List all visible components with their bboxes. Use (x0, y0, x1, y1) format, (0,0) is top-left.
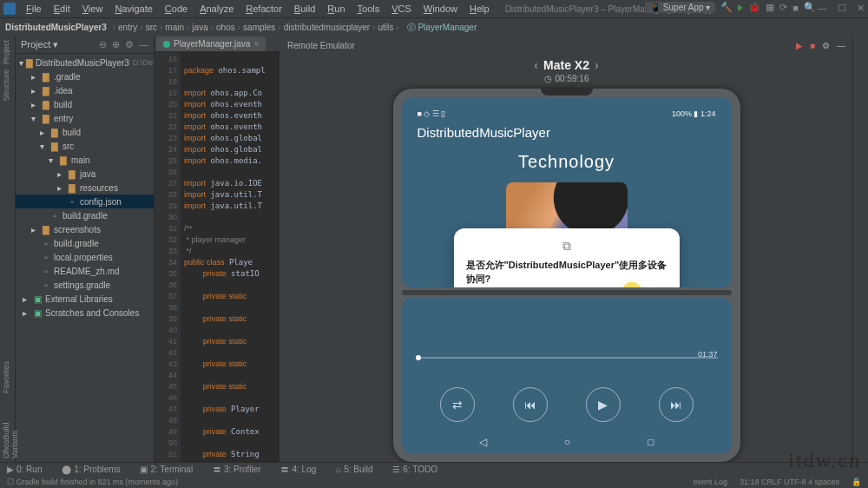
project-tree[interactable]: ▾▇DistributedMusicPlayer3D:\DevEcoStudio… (16, 54, 154, 321)
tree-file[interactable]: ▫README_zh.md (16, 264, 154, 278)
hide-icon[interactable]: ― (139, 39, 148, 50)
editor-tab-active[interactable]: PlayerManager.java × (156, 36, 266, 51)
nav-back-icon[interactable]: ◁ (479, 436, 487, 448)
bottom-tab-run[interactable]: ▶ 0: Run (7, 465, 42, 474)
bottom-tab-terminal[interactable]: ▣ 2: Terminal (140, 465, 193, 474)
tree-file[interactable]: ▫build.gradle (16, 208, 154, 222)
menu-file[interactable]: File (21, 2, 47, 16)
clock-icon: ◷ (544, 74, 552, 83)
progress-bar[interactable] (416, 357, 718, 359)
menu-code[interactable]: Code (160, 2, 193, 16)
chevron-right-icon[interactable]: › (595, 58, 599, 72)
menu-navigate[interactable]: Navigate (109, 2, 157, 16)
tree-folder[interactable]: ▸▇.idea (16, 83, 154, 97)
collapse-icon[interactable]: ⊖ (99, 39, 107, 50)
phone-screen-bottom[interactable]: 01:37 ⇄ ⏮ ▶ ⏭ ◁ ○ □ (402, 298, 732, 453)
tree-folder[interactable]: ▸▇.gradle (16, 69, 154, 83)
tree-file[interactable]: ▫settings.gradle (16, 278, 154, 292)
editor-code[interactable]: package ohos.sampl import ohos.app.Co im… (181, 52, 269, 488)
close-icon[interactable]: ✕ (857, 3, 865, 14)
nav-recent-icon[interactable]: □ (648, 436, 654, 448)
chevron-left-icon[interactable]: ‹ (534, 58, 538, 72)
rail-structure[interactable]: Structure (2, 69, 13, 102)
status-bar: ☐ Gradle build finished in 821 ms (momen… (0, 476, 868, 488)
permission-dialog: ⧉ 是否允许"DistributedMusicPlayer"使用多设备协同? 设… (454, 228, 680, 287)
emu-run-icon[interactable]: ▶ (796, 41, 803, 50)
next-button[interactable]: ⏭ (659, 387, 694, 422)
watermark: itdw.cn (788, 449, 861, 472)
rail-build-variants[interactable]: OhosBuild Variants (2, 399, 13, 458)
breadcrumb-part[interactable]: ohos (216, 23, 235, 32)
shuffle-button[interactable]: ⇄ (440, 387, 475, 422)
breadcrumb-part[interactable]: src (146, 23, 157, 32)
minimize-icon[interactable]: ― (818, 3, 827, 14)
tree-lib[interactable]: ▸▣External Libraries (16, 292, 154, 306)
settings-icon[interactable]: ⚙ (125, 39, 134, 50)
breadcrumb-part[interactable]: main (165, 23, 184, 32)
bottom-tab-log[interactable]: 〓 4: Log (280, 464, 316, 476)
menu-window[interactable]: Window (418, 2, 463, 16)
rail-project[interactable]: Project (2, 40, 13, 64)
rail-favorites[interactable]: Favorites (2, 361, 13, 393)
bottom-tab-todo[interactable]: ☰ 6: TODO (392, 465, 437, 474)
tree-file[interactable]: ▫build.gradle (16, 236, 154, 250)
close-tab-icon[interactable]: × (253, 39, 259, 49)
menu-view[interactable]: View (77, 2, 108, 16)
prev-button[interactable]: ⏮ (513, 387, 548, 422)
tree-folder[interactable]: ▸▇build (16, 125, 154, 139)
debug-icon[interactable]: 🐞 (748, 2, 760, 13)
emu-hide-icon[interactable]: ― (837, 41, 845, 50)
tree-file[interactable]: ▫local.properties (16, 250, 154, 264)
breadcrumb-class[interactable]: ⓒ PlayerManager (407, 22, 477, 34)
menu-help[interactable]: Help (464, 2, 495, 16)
tree-file[interactable]: ▫config.json (16, 195, 154, 208)
profile-icon[interactable]: ⟳ (779, 2, 787, 13)
bottom-tab-profiler[interactable]: 〓 3: Profiler (213, 464, 261, 476)
breadcrumb-part[interactable]: java (192, 23, 207, 32)
menu-build[interactable]: Build (289, 2, 320, 16)
tree-scratch[interactable]: ▸▣Scratches and Consoles (16, 306, 154, 320)
coverage-icon[interactable]: ▦ (766, 2, 774, 13)
search-icon[interactable]: 🔍 (804, 2, 816, 13)
tree-root[interactable]: ▾▇DistributedMusicPlayer3D:\DevEcoStudio… (16, 56, 154, 69)
menu-refactor[interactable]: Refactor (240, 2, 287, 16)
breadcrumb-part[interactable]: samples (243, 23, 275, 32)
tree-folder[interactable]: ▾▇src (16, 139, 154, 153)
breadcrumb-root[interactable]: DistributedMusicPlayer3 (5, 23, 107, 32)
play-button[interactable]: ▶ (586, 387, 621, 422)
tree-folder[interactable]: ▸▇build (16, 97, 154, 111)
emu-settings-icon[interactable]: ⚙ (822, 41, 830, 50)
maximize-icon[interactable]: ☐ (838, 3, 846, 14)
event-log-link[interactable]: event Log (693, 478, 727, 486)
run-icon[interactable] (738, 4, 743, 11)
phone-hinge (402, 290, 732, 295)
menu-tools[interactable]: Tools (352, 2, 385, 16)
breadcrumb-part[interactable]: utils (378, 23, 394, 32)
run-config-selector[interactable]: 📱 Super App ▾ (645, 2, 715, 13)
tree-folder[interactable]: ▸▇screenshots (16, 222, 154, 236)
tree-folder[interactable]: ▸▇resources (16, 181, 154, 195)
tree-folder[interactable]: ▸▇java (16, 167, 154, 181)
hammer-icon[interactable]: 🔨 (720, 2, 733, 13)
bottom-tab-build[interactable]: ⌂ 5: Build (336, 465, 372, 474)
breadcrumb-part[interactable]: distributedmusicplayer (284, 23, 371, 32)
phone-navbar: ◁ ○ □ (402, 436, 732, 448)
emu-stop-icon[interactable]: ■ (810, 41, 815, 50)
menu-vcs[interactable]: VCS (386, 2, 417, 16)
breadcrumb-part[interactable]: entry (118, 23, 137, 32)
project-dropdown[interactable]: Project (21, 39, 50, 49)
menu-analyze[interactable]: Analyze (194, 2, 239, 16)
menu-edit[interactable]: Edit (49, 2, 76, 16)
stop-icon[interactable]: ■ (792, 3, 799, 13)
phone-screen-top[interactable]: ■ ◇ ☰ ▯ 100% ▮ 1:24 DistributedMusicPlay… (402, 97, 732, 287)
bottom-tab-problems[interactable]: ⬤ 1: Problems (62, 465, 120, 474)
tree-folder[interactable]: ▾▇entry (16, 111, 154, 125)
editor-gutter: 1617181920212223242526272829303132333435… (155, 52, 181, 488)
nav-home-icon[interactable]: ○ (564, 436, 570, 448)
status-message: Gradle build finished in 821 ms (moments… (16, 478, 179, 486)
left-rail-bottom: Favorites OhosBuild Variants (0, 358, 16, 462)
locate-icon[interactable]: ⊕ (112, 39, 120, 50)
tree-folder[interactable]: ▾▇main (16, 153, 154, 167)
editor-area[interactable]: 1617181920212223242526272829303132333435… (155, 52, 280, 488)
menu-run[interactable]: Run (322, 2, 350, 16)
